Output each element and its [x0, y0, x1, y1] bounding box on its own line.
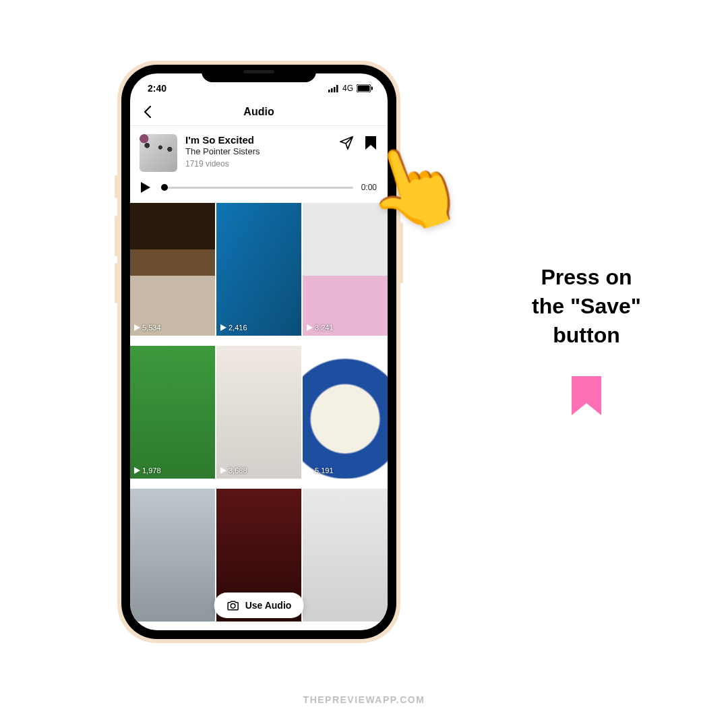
video-thumbnail[interactable]: 5,534	[130, 203, 215, 336]
svg-rect-3	[336, 85, 338, 92]
play-count: 5,191	[307, 466, 334, 475]
instruction-block: Press on the "Save" button	[499, 263, 674, 415]
progress-bar[interactable]	[161, 187, 353, 189]
video-count: 1719 videos	[185, 159, 331, 169]
video-thumbnail[interactable]: 2,416	[216, 203, 301, 336]
camera-icon	[226, 599, 240, 612]
album-art[interactable]	[140, 134, 177, 172]
video-thumbnail[interactable]	[303, 489, 388, 621]
phone-side-button	[115, 216, 118, 256]
bookmark-icon	[365, 135, 377, 150]
phone-notch	[202, 65, 316, 82]
audio-player: 0:00	[130, 175, 388, 203]
svg-point-7	[231, 604, 235, 609]
play-icon	[134, 324, 140, 331]
video-thumbnail[interactable]: 1,978	[130, 346, 215, 479]
video-thumbnail[interactable]	[130, 489, 215, 621]
paper-plane-icon	[339, 135, 354, 150]
play-count: 1,978	[134, 466, 161, 475]
play-icon	[220, 324, 226, 331]
phone-side-button	[115, 175, 118, 198]
instruction-text: Press on the "Save" button	[499, 263, 674, 351]
save-button[interactable]	[363, 135, 378, 150]
chevron-left-icon	[144, 106, 152, 118]
artist-name[interactable]: The Pointer Sisters	[185, 146, 331, 156]
back-button[interactable]	[140, 104, 156, 120]
svg-rect-0	[328, 90, 330, 92]
play-button[interactable]	[141, 181, 153, 193]
status-time: 2:40	[148, 83, 166, 94]
use-audio-button[interactable]: Use Audio	[214, 593, 304, 618]
status-network: 4G	[342, 84, 353, 93]
svg-rect-6	[371, 87, 373, 90]
track-title: I'm So Excited	[185, 134, 331, 146]
phone-screen: 2:40 4G Audio	[130, 73, 388, 630]
play-icon	[220, 467, 226, 474]
nav-header: Audio	[130, 98, 388, 126]
watermark: THEPREVIEWAPP.COM	[0, 694, 728, 705]
play-count: 3,688	[220, 466, 247, 475]
play-count: 3,241	[307, 324, 334, 332]
battery-icon	[357, 84, 373, 92]
video-thumbnail[interactable]: 5,191	[303, 346, 388, 479]
use-audio-label: Use Audio	[245, 600, 292, 611]
play-icon	[307, 324, 313, 331]
play-icon	[307, 467, 313, 474]
play-icon	[141, 182, 150, 193]
play-count: 2,416	[220, 324, 247, 332]
audio-info: I'm So Excited The Pointer Sisters 1719 …	[130, 126, 388, 175]
share-button[interactable]	[339, 135, 354, 150]
bookmark-icon	[570, 376, 603, 415]
video-grid: 5,534 2,416 3,241	[130, 203, 388, 630]
svg-rect-5	[358, 86, 370, 92]
svg-rect-2	[334, 87, 336, 92]
svg-rect-1	[331, 88, 333, 92]
phone-side-button	[115, 263, 118, 303]
signal-icon	[328, 85, 339, 92]
phone-frame: 2:40 4G Audio	[117, 61, 400, 643]
video-thumbnail[interactable]: 3,688	[216, 346, 301, 479]
play-icon	[134, 467, 140, 474]
page-title: Audio	[243, 106, 274, 118]
play-count: 5,534	[134, 324, 161, 332]
